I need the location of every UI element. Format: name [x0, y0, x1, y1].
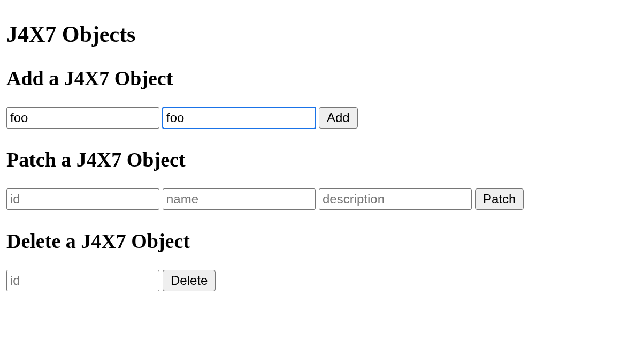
patch-button[interactable]: Patch	[475, 188, 524, 210]
page-title: J4X7 Objects	[6, 21, 638, 47]
patch-form: Patch	[6, 188, 638, 210]
delete-heading: Delete a J4X7 Object	[6, 229, 638, 253]
patch-description-input[interactable]	[319, 188, 472, 210]
add-button[interactable]: Add	[319, 107, 358, 129]
delete-button[interactable]: Delete	[163, 270, 216, 291]
add-heading: Add a J4X7 Object	[6, 66, 638, 90]
patch-name-input[interactable]	[163, 188, 316, 210]
delete-id-input[interactable]	[6, 270, 159, 291]
add-description-input[interactable]	[163, 107, 316, 129]
add-form: Add	[6, 107, 638, 129]
patch-heading: Patch a J4X7 Object	[6, 148, 638, 171]
add-name-input[interactable]	[6, 107, 159, 129]
patch-id-input[interactable]	[6, 188, 159, 210]
delete-form: Delete	[6, 270, 638, 291]
